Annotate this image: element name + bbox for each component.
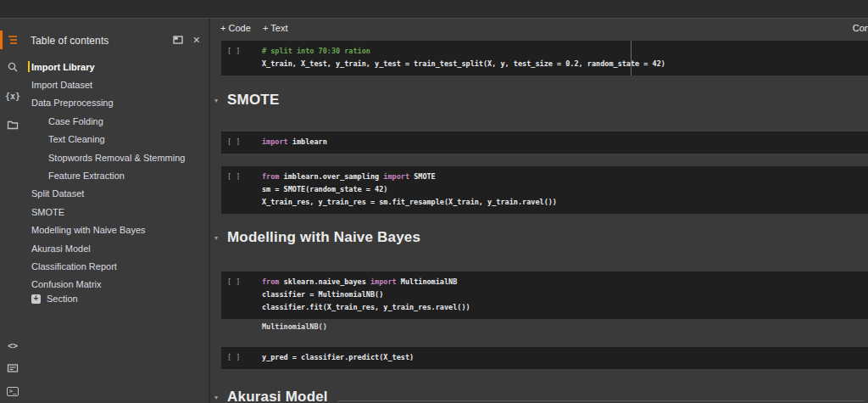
toc-title: Table of contents [31,35,108,47]
terminal-icon[interactable]: >_ [0,380,25,402]
toc-item-label: Akurasi Model [31,243,91,254]
toc-item-label: Split Dataset [31,188,84,199]
add-section-label: Section [47,294,78,304]
connect-button[interactable]: Con [853,23,868,33]
top-menu-strip [0,0,868,19]
close-icon[interactable]: × [193,34,200,46]
toc-item-classification-report[interactable]: Classification Report [25,257,209,275]
toc-item-split-dataset[interactable]: Split Dataset [25,185,209,203]
toc-item-stopwords-removal-stemming[interactable]: Stopwords Removal & Stemming [25,148,209,166]
variables-icon[interactable]: {x} [0,85,25,107]
toc-active-indicator [28,61,30,72]
toc-item-feature-extraction[interactable]: Feature Extraction [25,166,209,184]
code-line: classifier.fit(X_train_res, y_train_res.… [221,301,868,314]
table-of-contents-panel: Table of contents × Import LibraryImport… [25,19,209,403]
code-editor[interactable]: from imblearn.over_sampling import SMOTE… [221,166,868,214]
toc-item-case-folding[interactable]: Case Folding [25,112,209,130]
toc-item-akurasi-model[interactable]: Akurasi Model [25,239,209,257]
add-section-button[interactable]: + Section [31,294,78,304]
code-line: sm = SMOTE(random_state = 42) [221,183,868,196]
run-cell-button[interactable]: [ ] [227,136,240,148]
add-text-button[interactable]: + Text [263,23,287,33]
collapse-section-icon[interactable]: ▾ [210,234,222,242]
code-snippets-icon[interactable]: <> [0,334,25,356]
cell-import-imblearn[interactable]: [ ]import imblearn [221,132,868,154]
toc-item-confusion-matrix[interactable]: Confusion Matrix [25,276,209,294]
collapse-section-icon[interactable]: ▾ [210,394,222,401]
code-line: # split into 70:30 ration [221,45,868,58]
collapse-section-icon[interactable]: ▾ [210,97,222,104]
section-heading-text: Modelling with Naive Bayes [222,229,420,246]
toc-item-label: Text Cleaning [48,134,105,144]
code-line: X_train, X_test, y_train, y_test = train… [221,58,868,70]
cell-smote-resample[interactable]: [ ]from imblearn.over_sampling import SM… [221,166,868,214]
section-heading-text: Akurasi Model [222,389,328,403]
heading-akurasi-model: ▾Akurasi Model [210,389,868,403]
toc-item-label: Data Preprocessing [31,98,114,108]
files-icon[interactable] [0,114,25,136]
run-cell-button[interactable]: [ ] [227,351,240,364]
code-line: import imblearn [221,136,868,148]
toc-item-smote[interactable]: SMOTE [25,203,209,221]
open-panel-in-tab-icon[interactable] [173,35,183,45]
notebook-toolbar: + Code + Text Con [210,19,868,41]
code-line: from sklearn.naive_bayes import Multinom… [221,276,868,288]
text-cursor [631,41,632,76]
search-icon[interactable] [0,56,25,78]
cell-split-dataset[interactable]: [ ]# split into 70:30 rationX_train, X_t… [221,41,868,76]
output-multinomialnb: MultinomialNB() [221,321,868,333]
toc-item-text-cleaning[interactable]: Text Cleaning [25,131,209,148]
command-palette-icon[interactable] [0,357,25,379]
code-editor[interactable]: import imblearn [221,132,868,154]
toc-header: Table of contents × [25,29,209,54]
toc-item-import-dataset[interactable]: Import Dataset [25,76,209,93]
code-editor[interactable]: # split into 70:30 rationX_train, X_test… [221,41,868,76]
notebook-scroll-area[interactable]: [ ]# split into 70:30 rationX_train, X_t… [210,41,868,403]
code-line: X_train_res, y_train_res = sm.fit_resamp… [221,196,868,209]
toc-item-import-library[interactable]: Import Library [25,58,209,76]
code-editor[interactable]: from sklearn.naive_bayes import Multinom… [221,271,868,319]
cell-naive-bayes-fit[interactable]: [ ]from sklearn.naive_bayes import Multi… [221,271,868,319]
left-icon-rail: {x}<>>_ [0,19,25,403]
toc-item-label: Modelling with Naive Bayes [31,225,146,235]
plus-icon: + [31,294,41,304]
toc-item-list: Import LibraryImport DatasetData Preproc… [25,58,209,294]
heading-naive-bayes: ▾Modelling with Naive Bayes [210,229,868,246]
section-heading-text: SMOTE [222,92,279,109]
toc-item-data-preprocessing[interactable]: Data Preprocessing [25,94,209,112]
run-cell-button[interactable]: [ ] [227,171,240,183]
code-line: from imblearn.over_sampling import SMOTE [221,171,868,183]
table-of-contents-icon[interactable] [0,29,25,51]
toc-item-label: Import Library [31,62,95,72]
code-line: classifier = MultinomialNB() [221,288,868,301]
code-editor[interactable]: y_pred = classifier.predict(X_test) [221,347,868,369]
toc-item-label: Classification Report [31,261,117,271]
toc-item-modelling-with-naive-bayes[interactable]: Modelling with Naive Bayes [25,221,209,239]
toc-item-label: Stopwords Removal & Stemming [48,153,185,163]
add-code-button[interactable]: + Code [220,23,251,33]
toc-item-label: Import Dataset [31,80,92,90]
cell-predict[interactable]: [ ]y_pred = classifier.predict(X_test) [221,347,868,369]
code-line: y_pred = classifier.predict(X_test) [221,351,868,364]
toc-item-label: Feature Extraction [48,171,125,181]
toc-item-label: SMOTE [31,207,64,217]
heading-smote: ▾SMOTE [210,92,868,109]
toc-item-label: Confusion Matrix [31,279,102,289]
run-cell-button[interactable]: [ ] [227,276,240,288]
run-cell-button[interactable]: [ ] [227,45,240,58]
heading-rule [338,400,865,401]
toc-item-label: Case Folding [48,116,103,126]
